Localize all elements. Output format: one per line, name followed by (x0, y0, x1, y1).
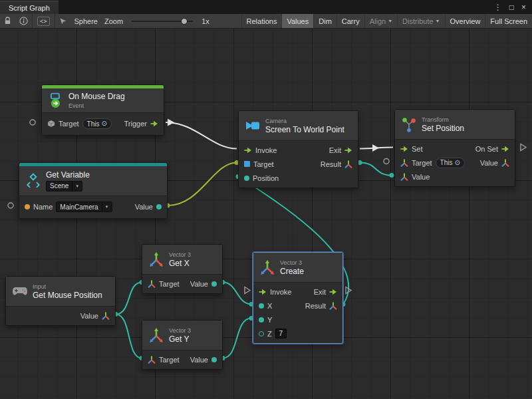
node-vector3-create[interactable]: Vector 3 Create Invoke Exit X Result (253, 252, 343, 344)
flow-anchor[interactable] (521, 144, 526, 151)
flow-arrow-icon[interactable] (329, 288, 337, 296)
port-row: Target This⊙ Value (395, 156, 515, 170)
flow-arrow-icon[interactable] (244, 146, 252, 154)
z-port[interactable] (259, 331, 264, 336)
node-header-text: Camera Screen To World Point (265, 118, 344, 134)
chevron-down-icon: ▼ (388, 19, 392, 23)
node-get-variable[interactable]: Get Variable Scene▼ Name MainCamera▼ Val… (19, 162, 168, 219)
variable-scope-dropdown[interactable]: Scene▼ (46, 181, 82, 192)
node-get-x[interactable]: Vector 3 Get X Target Value (142, 244, 223, 294)
camera-icon (245, 118, 261, 134)
port-row: Y (253, 313, 342, 327)
carry-button[interactable]: Carry (336, 14, 364, 28)
node-ports: Name MainCamera▼ Value (19, 196, 167, 218)
wire-trigger-to-invoke[interactable] (166, 122, 237, 149)
position-port-label: Position (253, 174, 279, 182)
this-chip-label: This (440, 159, 453, 166)
z-port-label: Z (267, 330, 272, 338)
port-anchor[interactable] (8, 203, 13, 208)
node-category: Input (33, 283, 102, 290)
vector3-port-icon[interactable] (148, 356, 156, 364)
window-menu-icon[interactable]: ⋮ (494, 3, 502, 12)
result-port-label: Result (321, 160, 341, 168)
relations-button-label: Relations (247, 17, 277, 25)
flow-arrow-icon[interactable] (150, 120, 158, 128)
node-category: Transform (422, 116, 464, 123)
camera-port[interactable] (244, 161, 250, 167)
zoom-slider[interactable] (132, 21, 193, 22)
string-port[interactable] (25, 204, 30, 209)
node-header-text: Get Variable Scene▼ (46, 171, 90, 192)
info-icon-glyph (19, 17, 28, 25)
overview-button[interactable]: Overview (445, 14, 485, 28)
node-get-mouse-position[interactable]: Input Get Mouse Position Value (5, 276, 116, 326)
x-port[interactable] (259, 303, 264, 309)
scope-value: Scene (47, 182, 72, 190)
y-port[interactable] (259, 317, 264, 323)
chevron-down-icon: ▼ (436, 19, 440, 23)
target-port-label: Target (59, 120, 79, 128)
flow-arrow-icon[interactable] (259, 288, 267, 296)
vector3-port-icon[interactable] (344, 160, 352, 168)
port-anchor[interactable] (30, 120, 35, 125)
node-ports: Value (6, 306, 115, 325)
vector3-port-icon[interactable] (501, 159, 509, 167)
this-chip[interactable]: This⊙ (82, 118, 112, 129)
vector3-port-icon[interactable] (148, 280, 156, 288)
tab-script-graph[interactable]: Script Graph (0, 1, 59, 14)
node-title: Set Position (422, 124, 464, 133)
wire-getx-to-x[interactable] (223, 283, 251, 305)
pointer-icon-glyph (59, 17, 67, 25)
node-header-text: Input Get Mouse Position (33, 283, 102, 300)
window-maximize-icon[interactable]: □ (509, 3, 514, 12)
node-category: Camera (265, 118, 344, 124)
window-close-icon[interactable]: × (521, 3, 526, 12)
vector3-port-icon[interactable] (400, 159, 408, 167)
distribute-dropdown[interactable]: Distribute▼ (397, 14, 444, 28)
node-on-mouse-drag[interactable]: On Mouse Drag Event Target This⊙ Trigger (41, 84, 164, 136)
node-title: Get Variable (46, 171, 90, 180)
flow-arrow-icon[interactable] (400, 145, 408, 153)
value-port[interactable] (156, 204, 162, 209)
relations-button[interactable]: Relations (241, 14, 282, 28)
wire-variable-to-target[interactable] (168, 163, 237, 206)
info-icon[interactable] (15, 14, 32, 28)
variable-name-dropdown[interactable]: MainCamera▼ (56, 201, 112, 212)
vector3-port-icon[interactable] (329, 302, 337, 310)
event-icon (48, 92, 64, 108)
node-get-y[interactable]: Vector 3 Get Y Target Value (142, 320, 223, 370)
flow-anchor[interactable] (245, 287, 250, 294)
gameobject-icon[interactable] (47, 120, 55, 128)
value-port[interactable] (211, 281, 217, 287)
wire-mouse-to-getx[interactable] (116, 283, 142, 315)
node-header-text: Transform Set Position (422, 116, 464, 133)
wire-gety-to-y[interactable] (223, 319, 251, 358)
port-row: Set On Set (395, 142, 515, 156)
fullscreen-button[interactable]: Full Screen (485, 14, 532, 28)
dim-button[interactable]: Dim (313, 14, 336, 28)
wire-result-to-value[interactable] (360, 163, 392, 176)
node-title: Get Mouse Position (33, 291, 102, 300)
this-chip[interactable]: This⊙ (436, 158, 465, 168)
z-value-input[interactable] (275, 329, 287, 338)
graph-canvas[interactable]: On Mouse Drag Event Target This⊙ Trigger (0, 29, 532, 399)
value-port[interactable] (211, 357, 217, 362)
vector3-port-icon[interactable] (400, 173, 408, 181)
value-port-label: Value (190, 280, 208, 288)
code-icon[interactable]: <> (37, 17, 50, 26)
lock-icon[interactable] (0, 14, 15, 28)
port-anchor[interactable] (384, 159, 389, 164)
wire-mouse-to-gety[interactable] (116, 315, 142, 358)
node-ports: Target Value (142, 350, 222, 369)
node-title: On Mouse Drag (68, 92, 125, 101)
flow-arrow-icon[interactable] (344, 146, 352, 154)
zoom-slider-knob[interactable] (181, 18, 188, 25)
node-set-position[interactable]: Transform Set Position Set On Set Target… (394, 109, 515, 187)
position-port[interactable] (244, 176, 249, 181)
node-screen-to-world-point[interactable]: Camera Screen To World Point Invoke Exit… (238, 110, 358, 188)
align-dropdown[interactable]: Align▼ (364, 14, 397, 28)
graph-object-label: Sphere (71, 17, 101, 25)
values-button[interactable]: Values (281, 14, 313, 28)
vector3-port-icon[interactable] (102, 312, 110, 320)
flow-arrow-icon[interactable] (501, 145, 509, 153)
